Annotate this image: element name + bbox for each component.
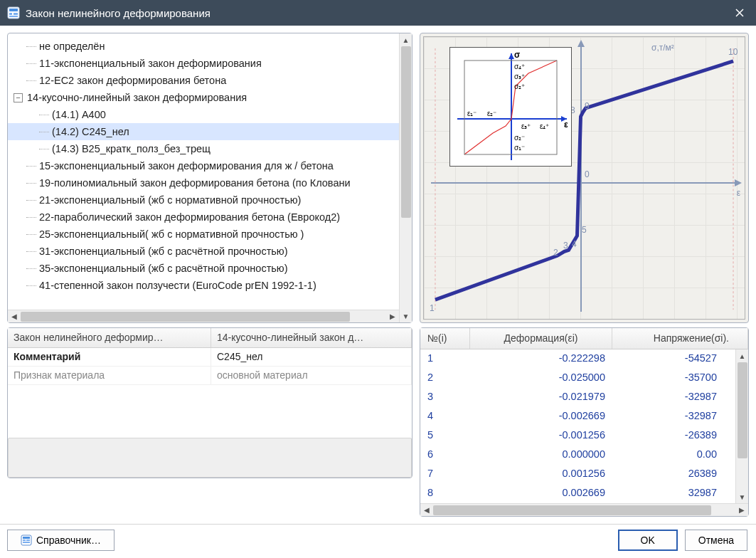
law-tree[interactable]: не определён11-экспоненциальный закон де… bbox=[8, 33, 399, 322]
right-column: σ,т/м² ε 0 1 2 3 4 5 8 9 10 bbox=[420, 33, 749, 517]
tree-item[interactable]: (14.1) А400 bbox=[8, 106, 399, 123]
cell-index: 7 bbox=[420, 465, 470, 484]
scroll-down-icon[interactable]: ▼ bbox=[736, 490, 749, 503]
table-row[interactable]: 80.00266932987 bbox=[420, 484, 735, 503]
svg-text:σ₂⁻: σ₂⁻ bbox=[514, 134, 525, 142]
svg-text:ε₂⁻: ε₂⁻ bbox=[487, 110, 496, 117]
col-eps-header[interactable]: Деформация(εi) bbox=[470, 328, 612, 349]
svg-text:σ₄⁺: σ₄⁺ bbox=[514, 63, 525, 70]
left-column: не определён11-экспоненциальный закон де… bbox=[7, 33, 412, 517]
dialog-body: не определён11-экспоненциальный закон де… bbox=[0, 26, 756, 524]
scroll-right-icon[interactable]: ▶ bbox=[386, 310, 399, 323]
tree-item[interactable]: не определён bbox=[8, 38, 399, 55]
close-icon[interactable] bbox=[723, 0, 756, 26]
scroll-right-icon[interactable]: ▶ bbox=[735, 504, 748, 517]
properties-panel: Закон нелинейного деформир… 14-кусочно-л… bbox=[7, 327, 412, 478]
svg-text:ε₄⁺: ε₄⁺ bbox=[540, 122, 549, 130]
scroll-up-icon[interactable]: ▲ bbox=[400, 33, 412, 46]
tree-item-label: 25-экспоненциальный( жб с нормативной пр… bbox=[39, 228, 304, 240]
svg-text:σ₃⁺: σ₃⁺ bbox=[514, 73, 525, 80]
table-vscroll[interactable]: ▲ ▼ bbox=[735, 349, 748, 503]
graph-legend-box: σ ε σ₄⁺ σ₃⁺ σ₂⁺ ε₁⁻ ε₂⁻ ε₃⁺ ε₄⁺ σ₂⁻ σ₁⁻ bbox=[449, 47, 572, 167]
properties-footer-box bbox=[8, 438, 412, 478]
tree-hscroll[interactable]: ◀ ▶ bbox=[8, 310, 399, 322]
tree-item[interactable]: 19-полиномиальный закон деформирования б… bbox=[8, 174, 399, 191]
scroll-down-icon[interactable]: ▼ bbox=[400, 310, 412, 322]
scroll-left-icon[interactable]: ◀ bbox=[420, 504, 433, 517]
cell-eps: 0.000000 bbox=[470, 446, 612, 465]
table-row[interactable]: 5-0.001256-26389 bbox=[420, 426, 735, 446]
cell-index: 8 bbox=[420, 484, 470, 503]
prop-header-1[interactable]: 14-кусочно-линейный закон д… bbox=[211, 328, 412, 347]
reference-button[interactable]: Справочник… bbox=[7, 530, 115, 551]
col-sigma-header[interactable]: Напряжение(σi). bbox=[612, 328, 748, 349]
data-table-rows[interactable]: 1-0.222298-545272-0.025000-357003-0.0219… bbox=[420, 349, 735, 503]
table-row[interactable]: 2-0.025000-35700 bbox=[420, 369, 735, 388]
tree-item[interactable]: 35-экспоненциальный (жб с расчётной проч… bbox=[8, 260, 399, 277]
tree-item[interactable]: 11-экспоненциальный закон деформирования bbox=[8, 55, 399, 72]
tree-item[interactable]: (14.3) В25_кратк_полз_без_трещ bbox=[8, 140, 399, 157]
tree-item-label: 11-экспоненциальный закон деформирования bbox=[39, 58, 262, 69]
tree-item[interactable]: −14-кусочно-линейный закон деформировани… bbox=[8, 89, 399, 106]
tree-item-label: (14.3) В25_кратк_полз_без_трещ bbox=[52, 143, 211, 154]
scroll-left-icon[interactable]: ◀ bbox=[8, 310, 21, 323]
tree-panel: не определён11-экспоненциальный закон де… bbox=[7, 33, 412, 323]
svg-text:ε: ε bbox=[564, 120, 568, 130]
pt-4: 4 bbox=[572, 239, 577, 249]
tree-item[interactable]: 25-экспоненциальный( жб с нормативной пр… bbox=[8, 226, 399, 243]
svg-rect-24 bbox=[23, 537, 30, 539]
svg-rect-3 bbox=[14, 13, 18, 15]
ok-button[interactable]: OK bbox=[618, 530, 678, 551]
cell-eps: 0.001256 bbox=[470, 465, 612, 484]
cell-eps: -0.025000 bbox=[470, 369, 612, 388]
footer: Справочник… OK Отмена bbox=[0, 524, 756, 555]
table-row[interactable]: 1-0.222298-54527 bbox=[420, 349, 735, 369]
collapse-icon[interactable]: − bbox=[14, 93, 23, 102]
table-row[interactable]: 60.0000000.00 bbox=[420, 446, 735, 465]
svg-text:σ: σ bbox=[514, 50, 520, 60]
property-key: Признак материала bbox=[8, 367, 211, 384]
table-row[interactable]: 3-0.021979-32987 bbox=[420, 388, 735, 407]
app-icon bbox=[7, 6, 20, 19]
svg-rect-25 bbox=[23, 539, 26, 541]
tree-vscroll[interactable]: ▲ ▼ bbox=[399, 33, 412, 322]
tree-item[interactable]: (14.2) С245_нел bbox=[8, 123, 399, 140]
property-row[interactable]: КомментарийС245_нел bbox=[8, 348, 412, 367]
tree-item-label: 31-экспоненциальный (жб с расчётной проч… bbox=[39, 246, 288, 257]
tree-item[interactable]: 41-степенной закон ползучести (EuroCode … bbox=[8, 277, 399, 294]
cell-sigma: 26389 bbox=[612, 465, 735, 484]
cancel-button-label: Отмена bbox=[698, 535, 734, 546]
tree-item[interactable]: 31-экспоненциальный (жб с расчётной проч… bbox=[8, 243, 399, 260]
tree-item-label: 41-степенной закон ползучести (EuroCode … bbox=[39, 280, 316, 291]
svg-text:σ₁⁻: σ₁⁻ bbox=[514, 144, 525, 152]
cell-index: 3 bbox=[420, 388, 470, 407]
cell-index: 5 bbox=[420, 426, 470, 446]
table-hscroll[interactable]: ◀ ▶ bbox=[420, 503, 748, 516]
properties-rows: КомментарийС245_нелПризнак материалаосно… bbox=[8, 348, 412, 435]
cell-eps: 0.002669 bbox=[470, 484, 612, 503]
cell-sigma: 0.00 bbox=[612, 446, 735, 465]
tree-item[interactable]: 21-экспоненциальный (жб с нормативной пр… bbox=[8, 191, 399, 209]
tree-item[interactable]: 15-экспоненциальный закон деформирования… bbox=[8, 157, 399, 174]
cell-sigma: -32987 bbox=[612, 388, 735, 407]
property-row[interactable]: Признак материалаосновной материал bbox=[8, 367, 412, 385]
scroll-up-icon[interactable]: ▲ bbox=[736, 349, 749, 362]
tree-item[interactable]: 12-EC2 закон деформирования бетона bbox=[8, 72, 399, 89]
svg-text:σ₂⁺: σ₂⁺ bbox=[514, 83, 525, 90]
table-row[interactable]: 70.00125626389 bbox=[420, 465, 735, 484]
cell-eps: -0.222298 bbox=[470, 349, 612, 369]
property-key: Комментарий bbox=[8, 348, 211, 366]
cancel-button[interactable]: Отмена bbox=[685, 530, 747, 551]
prop-header-0[interactable]: Закон нелинейного деформир… bbox=[8, 328, 211, 347]
tree-item-label: 22-параболический закон деформирования б… bbox=[39, 211, 340, 223]
data-table-panel: №(i) Деформация(εi) Напряжение(σi). 1-0.… bbox=[420, 327, 749, 517]
table-row[interactable]: 4-0.002669-32987 bbox=[420, 407, 735, 426]
cell-sigma: -32987 bbox=[612, 407, 735, 426]
svg-rect-2 bbox=[9, 13, 12, 15]
cell-index: 2 bbox=[420, 369, 470, 388]
data-table-body: 1-0.222298-545272-0.025000-357003-0.0219… bbox=[420, 349, 748, 503]
tree-item[interactable]: 22-параболический закон деформирования б… bbox=[8, 209, 399, 226]
cell-index: 1 bbox=[420, 349, 470, 369]
tree-item-label: 35-экспоненциальный (жб с расчётной проч… bbox=[39, 263, 288, 274]
col-index-header[interactable]: №(i) bbox=[420, 328, 470, 349]
